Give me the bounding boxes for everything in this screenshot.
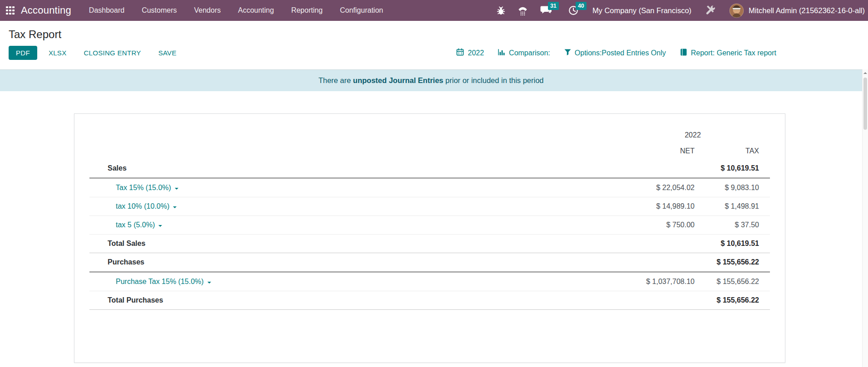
messages-count-badge: 31 — [548, 2, 559, 10]
nav-item-reporting[interactable]: Reporting — [282, 0, 331, 21]
tax-report-card: 2022 NET TAX Sales$ 10,619.51Tax 15% (15… — [74, 113, 785, 363]
report-type-filter[interactable]: Report: Generic Tax report — [680, 48, 776, 58]
net-value — [616, 159, 695, 178]
save-button[interactable]: SAVE — [153, 46, 182, 60]
top-navbar: Accounting DashboardCustomersVendorsAcco… — [0, 0, 868, 21]
avatar[interactable] — [729, 3, 744, 18]
company-switcher[interactable]: My Company (San Francisco) — [592, 6, 691, 15]
xlsx-button[interactable]: XLSX — [43, 46, 73, 60]
tax-value: $ 10,619.51 — [695, 159, 770, 178]
net-value: $ 750.00 — [616, 216, 695, 235]
comparison-filter[interactable]: Comparison: — [498, 48, 550, 58]
tax-value: $ 10,619.51 — [695, 235, 770, 253]
tax-value: $ 9,083.10 — [695, 178, 770, 197]
table-row: tax 10% (10.0%)$ 14,989.10$ 1,498.91 — [89, 197, 770, 216]
nav-item-vendors[interactable]: Vendors — [186, 0, 230, 21]
caret-down-icon — [175, 188, 178, 191]
tax-value: $ 155,656.22 — [695, 253, 770, 272]
net-value: $ 1,037,708.10 — [616, 272, 695, 291]
report-buttons: PDF XLSX CLOSING ENTRY SAVE — [9, 46, 182, 60]
row-label: Sales — [89, 159, 616, 178]
column-header-tax: TAX — [695, 143, 770, 159]
control-panel: Tax Report PDF XLSX CLOSING ENTRY SAVE 2… — [0, 21, 868, 69]
activities-count-badge: 40 — [576, 2, 587, 10]
table-row: Total Purchases$ 155,656.22 — [89, 291, 770, 310]
nav-item-configuration[interactable]: Configuration — [331, 0, 392, 21]
calendar-icon — [456, 48, 464, 58]
tax-value: $ 1,498.91 — [695, 197, 770, 216]
year-header: 2022 — [616, 127, 770, 143]
page-title: Tax Report — [9, 28, 868, 41]
closing-entry-button[interactable]: CLOSING ENTRY — [78, 46, 147, 60]
messages-chat-icon[interactable]: 31 — [540, 5, 552, 16]
table-row: Total Sales$ 10,619.51 — [89, 235, 770, 253]
table-row: tax 5 (5.0%)$ 750.00$ 37.50 — [89, 216, 770, 235]
activities-clock-icon[interactable]: 40 — [568, 5, 579, 16]
book-icon — [680, 48, 688, 58]
funnel-icon — [564, 48, 572, 58]
scroll-up-arrow-icon[interactable] — [863, 69, 868, 77]
net-value: $ 14,989.10 — [616, 197, 695, 216]
tax-report-table: 2022 NET TAX Sales$ 10,619.51Tax 15% (15… — [89, 127, 770, 310]
net-value — [616, 235, 695, 253]
banner-text-prefix: There are — [318, 76, 353, 84]
nav-item-dashboard[interactable]: Dashboard — [80, 0, 133, 21]
net-value — [616, 291, 695, 310]
column-header-net: NET — [616, 143, 695, 159]
nav-item-customers[interactable]: Customers — [133, 0, 185, 21]
navbar-right: 31 40 My Company (San Francisco) — [496, 3, 868, 18]
caret-down-icon — [158, 225, 162, 229]
bar-chart-icon — [498, 48, 506, 58]
row-label: Total Sales — [89, 235, 616, 253]
tax-report-body: 2022 NET TAX Sales$ 10,619.51Tax 15% (15… — [89, 127, 770, 310]
unposted-entries-banner: There are unposted Journal Entries prior… — [0, 69, 862, 91]
nav-menu: DashboardCustomersVendorsAccountingRepor… — [80, 0, 392, 21]
net-value: $ 22,054.02 — [616, 178, 695, 197]
vertical-scrollbar[interactable] — [862, 69, 868, 367]
table-row: Purchase Tax 15% (15.0%)$ 1,037,708.10$ … — [89, 272, 770, 291]
nav-item-accounting[interactable]: Accounting — [229, 0, 282, 21]
app-name[interactable]: Accounting — [21, 5, 71, 16]
tax-value: $ 155,656.22 — [695, 291, 770, 310]
pdf-button[interactable]: PDF — [9, 46, 37, 60]
net-value — [616, 253, 695, 272]
apps-menu-icon[interactable] — [6, 6, 15, 15]
tax-line-label[interactable]: Purchase Tax 15% (15.0%) — [89, 272, 616, 291]
row-label: Purchases — [89, 253, 616, 272]
scrollbar-thumb[interactable] — [863, 78, 867, 130]
table-row: Purchases$ 155,656.22 — [89, 253, 770, 272]
banner-text-bold: unposted Journal Entries — [353, 76, 444, 84]
tax-value: $ 155,656.22 — [695, 272, 770, 291]
tax-line-label[interactable]: Tax 15% (15.0%) — [89, 178, 616, 197]
debug-bug-icon[interactable] — [496, 5, 506, 16]
options-filter[interactable]: Options:Posted Entries Only — [564, 48, 666, 58]
tax-line-label[interactable]: tax 5 (5.0%) — [89, 216, 616, 235]
date-filter[interactable]: 2022 — [456, 48, 484, 58]
caret-down-icon — [207, 282, 211, 285]
tax-value: $ 37.50 — [695, 216, 770, 235]
user-menu[interactable]: Mitchell Admin (21562362-16-0-all) — [749, 6, 865, 15]
banner-text-suffix: prior or included in this period — [444, 76, 544, 84]
tax-line-label[interactable]: tax 10% (10.0%) — [89, 197, 616, 216]
report-filters: 2022 Comparison: — [456, 48, 776, 58]
row-label: Total Purchases — [89, 291, 616, 310]
voip-phone-icon[interactable] — [517, 5, 528, 16]
support-tools-icon[interactable] — [704, 5, 717, 17]
caret-down-icon — [173, 206, 177, 210]
table-row: Tax 15% (15.0%)$ 22,054.02$ 9,083.10 — [89, 178, 770, 197]
table-row: Sales$ 10,619.51 — [89, 159, 770, 178]
